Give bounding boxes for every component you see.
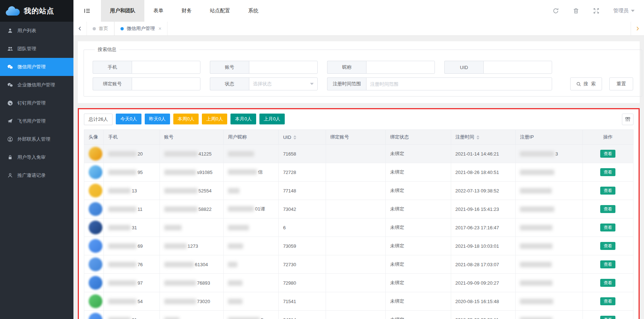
breadcrumb-tabs: 首页微信用户管理×	[86, 22, 168, 35]
sidebar-item-dingtalk[interactable]: 钉钉用户管理	[0, 94, 73, 112]
nickname-redacted	[228, 206, 254, 212]
phone-text: 95	[137, 170, 143, 175]
sort-icon[interactable]	[293, 135, 296, 140]
sidebar-collapse-button[interactable]	[73, 0, 101, 22]
nav-tab[interactable]: 站点配置	[201, 0, 239, 22]
search-field-手机: 手机	[93, 61, 200, 74]
sidebar-item-feishu[interactable]: 飞书用户管理	[0, 112, 73, 130]
search-input-绑定账号[interactable]	[132, 77, 200, 90]
nickname-text: 信	[258, 169, 263, 175]
account-text: 52554	[199, 188, 212, 193]
column-header-label: 账号	[164, 134, 174, 140]
view-button[interactable]: 查看	[600, 224, 615, 231]
search-input-注册时间范围[interactable]	[366, 77, 552, 90]
cell-uid: 73059	[279, 237, 326, 255]
view-button[interactable]: 查看	[600, 205, 615, 213]
reg-ip-redacted	[520, 207, 554, 212]
cell-nickname: 信	[224, 163, 279, 182]
nav-tab[interactable]: 用户和团队	[101, 0, 144, 22]
cell-account: 58822	[160, 200, 223, 218]
cell-bind-account	[326, 311, 385, 319]
sidebar: 我的站点 用户列表团队管理微信用户管理企业微信用户管理钉钉用户管理飞书用户管理外…	[0, 0, 73, 319]
cell-reg-ip: 3	[516, 145, 582, 163]
column-header-操作: 操作	[582, 130, 633, 145]
sidebar-item-label: 用户列表	[17, 27, 36, 34]
close-icon[interactable]: ×	[158, 26, 161, 31]
fullscreen-icon[interactable]	[593, 8, 599, 14]
view-button[interactable]: 查看	[600, 242, 615, 250]
tabs-scroll-right-button[interactable]	[631, 22, 644, 35]
cell-reg-ip	[516, 182, 582, 200]
stat-badge[interactable]: 今天0人	[116, 114, 141, 124]
view-button[interactable]: 查看	[600, 297, 615, 305]
view-button[interactable]: 查看	[600, 168, 615, 176]
refresh-icon[interactable]	[552, 8, 559, 14]
search-input-账号[interactable]	[249, 61, 318, 74]
cell-bind-status: 未绑定	[386, 311, 451, 319]
search-input-手机[interactable]	[132, 61, 200, 74]
reg-ip-redacted	[520, 151, 554, 157]
sidebar-item-users[interactable]: 团队管理	[0, 40, 73, 58]
status-select[interactable]: 选择状态	[249, 77, 318, 90]
avatar	[89, 202, 102, 216]
users-icon	[7, 46, 13, 52]
stat-badge[interactable]: 昨天0人	[145, 114, 170, 124]
account-redacted	[164, 188, 198, 193]
phone-text: 11	[137, 207, 143, 212]
cell-account: 52554	[160, 182, 223, 200]
nav-tab[interactable]: 系统	[239, 0, 267, 22]
stat-badge[interactable]: 本月0人	[230, 114, 256, 124]
top-nav-tabs: 用户和团队表单财务站点配置系统	[101, 0, 267, 22]
sidebar-item-user[interactable]: 用户列表	[0, 22, 73, 40]
cell-reg-ip	[516, 292, 582, 311]
nav-tab[interactable]: 表单	[144, 0, 173, 22]
reset-button[interactable]: 重置	[609, 77, 633, 90]
trash-icon[interactable]	[573, 8, 579, 14]
sidebar-item-invite[interactable]: 推广邀请记录	[0, 166, 73, 184]
cell-account: 1273	[160, 237, 223, 255]
search-input-UID[interactable]	[483, 61, 552, 74]
cell-phone: 69	[104, 237, 160, 255]
cell-bind-status: 未绑定	[386, 274, 451, 292]
cell-bind-account	[326, 218, 385, 237]
search-button[interactable]: 搜 索	[570, 77, 602, 90]
breadcrumb-tab[interactable]: 首页	[86, 22, 114, 35]
stat-badge[interactable]: 本周0人	[173, 114, 199, 124]
column-header-注册时间: 注册时间	[451, 130, 515, 145]
sort-icon[interactable]	[476, 135, 479, 140]
column-header-用户昵称: 用户昵称	[224, 130, 279, 145]
cell-actions: 查看	[582, 145, 633, 163]
cell-avatar	[84, 237, 104, 255]
view-button[interactable]: 查看	[600, 187, 615, 195]
view-button[interactable]: 查看	[600, 316, 615, 319]
cell-actions: 查看	[582, 237, 633, 255]
sidebar-item-wecom[interactable]: 企业微信用户管理	[0, 76, 73, 94]
account-text: s91085	[197, 170, 213, 175]
account-redacted	[164, 317, 179, 319]
tabs-scroll-left-button[interactable]	[73, 22, 86, 35]
column-settings-button[interactable]	[622, 114, 634, 125]
search-input-昵称[interactable]	[366, 61, 435, 74]
chevron-down-icon	[631, 10, 635, 12]
cell-phone: 95	[104, 163, 160, 182]
view-button[interactable]: 查看	[600, 279, 615, 287]
nav-tab[interactable]: 财务	[173, 0, 201, 22]
sidebar-item-import[interactable]: 用户导入免审	[0, 148, 73, 166]
view-button[interactable]: 查看	[600, 260, 615, 268]
cell-phone: 54	[104, 292, 160, 311]
cell-nickname	[224, 292, 279, 311]
sidebar-item-contact[interactable]: 外部联系人管理	[0, 130, 73, 148]
column-header-label: 操作	[603, 134, 613, 140]
sidebar-item-wechat[interactable]: 微信用户管理	[0, 58, 73, 76]
stat-badge[interactable]: 上周0人	[202, 114, 227, 124]
column-header-label: UID	[283, 135, 291, 140]
stat-badge[interactable]: 总计26人	[84, 114, 113, 125]
breadcrumb-tab[interactable]: 微信用户管理×	[114, 22, 168, 35]
stats-row: 总计26人今天0人昨天0人本周0人上周0人本月0人上月0人	[84, 114, 634, 125]
cell-bind-account	[326, 200, 385, 218]
cell-bind-status: 未绑定	[386, 200, 451, 218]
column-header-label: 用户昵称	[228, 134, 247, 140]
view-button[interactable]: 查看	[600, 150, 615, 158]
admin-menu[interactable]: 管理员	[613, 8, 635, 14]
stat-badge[interactable]: 上月0人	[259, 114, 285, 124]
